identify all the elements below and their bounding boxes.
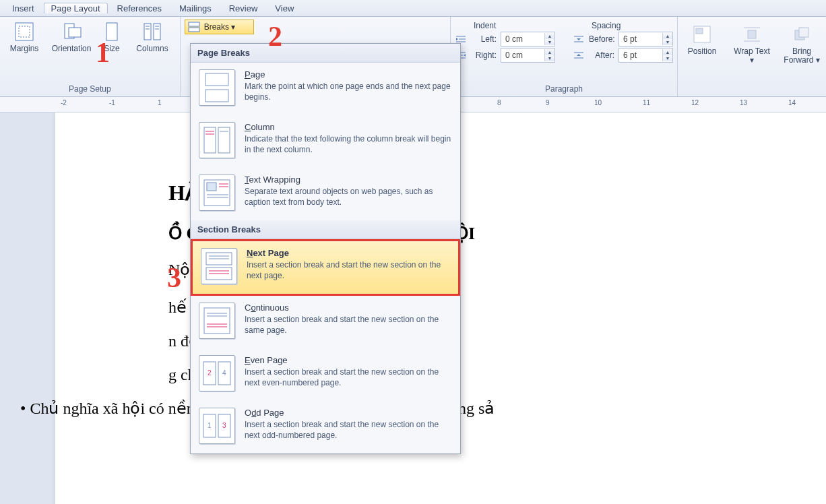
- svg-rect-49: [204, 308, 230, 334]
- tab-insert[interactable]: Insert: [4, 2, 42, 15]
- svg-text:4: 4: [222, 369, 226, 377]
- indent-right-input[interactable]: 0 cm▲▼: [501, 48, 555, 63]
- svg-rect-31: [205, 90, 228, 102]
- svg-rect-0: [15, 23, 33, 40]
- odd-page-icon: 13: [199, 408, 235, 444]
- tab-review[interactable]: Review: [221, 2, 266, 15]
- group-label-paragraph: Paragraph: [455, 83, 673, 96]
- tab-references[interactable]: References: [109, 2, 170, 15]
- bring-forward-button: Bring Forward ▾: [782, 21, 822, 65]
- breaks-dropdown: Page Breaks PPageageMark the point at wh…: [190, 43, 461, 454]
- break-continuous[interactable]: ContinuousInsert a section break and sta…: [191, 296, 460, 348]
- breaks-button[interactable]: Breaks ▾: [185, 20, 254, 34]
- columns-icon: [141, 21, 163, 42]
- spacing-before-input[interactable]: 6 pt▲▼: [618, 32, 673, 46]
- break-next-page[interactable]: Next PageInsert a section break and star…: [191, 239, 460, 296]
- text-wrapping-icon: [199, 175, 235, 211]
- svg-rect-3: [69, 28, 81, 37]
- position-button: Position: [682, 21, 722, 65]
- spacing-after-icon: [573, 51, 585, 60]
- svg-text:2: 2: [208, 369, 212, 377]
- spacing-label: Spacing: [573, 21, 673, 30]
- orientation-icon: [61, 21, 82, 42]
- column-break-icon: [199, 122, 235, 158]
- tab-page-layout[interactable]: Page Layout: [44, 3, 108, 13]
- break-text-wrapping[interactable]: Text WrappingSeparate text around object…: [191, 168, 460, 220]
- tab-mailings[interactable]: Mailings: [171, 2, 220, 15]
- break-even-page[interactable]: 24 Even PageInsert a section break and s…: [191, 348, 460, 401]
- break-odd-page[interactable]: 13 Odd PageInsert a section break and st…: [191, 401, 460, 453]
- orientation-button[interactable]: Orientation: [51, 18, 92, 53]
- spacing-before-icon: [573, 34, 585, 44]
- svg-rect-11: [189, 22, 199, 26]
- svg-rect-29: [799, 28, 808, 37]
- continuous-icon: [199, 303, 235, 339]
- ribbon-tabs: Insert Page Layout References Mailings R…: [0, 0, 826, 17]
- tab-view[interactable]: View: [267, 2, 302, 15]
- page-breaks-header: Page Breaks: [191, 44, 460, 63]
- group-label-page-setup: Page Setup: [4, 83, 176, 96]
- spacing-after-input[interactable]: 6 pt▲▼: [618, 48, 673, 63]
- svg-rect-38: [207, 183, 216, 191]
- svg-rect-24: [696, 28, 703, 34]
- svg-text:3: 3: [222, 422, 226, 429]
- break-column[interactable]: ColumnIndicate that the text following t…: [191, 115, 460, 168]
- breaks-icon: [188, 22, 200, 32]
- annotation-2: 2: [268, 20, 282, 53]
- next-page-icon: [201, 248, 237, 284]
- even-page-icon: 24: [199, 355, 235, 391]
- svg-rect-12: [189, 28, 199, 32]
- indent-left-input[interactable]: 0 cm▲▼: [501, 32, 555, 46]
- section-breaks-header: Section Breaks: [191, 220, 460, 239]
- annotation-3: 3: [167, 261, 181, 294]
- position-icon: [691, 24, 713, 45]
- annotation-1: 1: [96, 36, 110, 69]
- page-break-icon: [199, 69, 235, 106]
- bring-forward-icon: [791, 24, 813, 45]
- svg-text:1: 1: [208, 422, 212, 429]
- margins-icon: [13, 21, 35, 42]
- columns-button[interactable]: Columns: [132, 18, 172, 53]
- break-page[interactable]: PPageageMark the point at which one page…: [191, 63, 460, 115]
- indent-left-icon: [455, 34, 467, 44]
- margins-button[interactable]: Margins: [4, 18, 44, 53]
- indent-label: Indent: [455, 21, 555, 30]
- svg-rect-30: [205, 73, 228, 86]
- svg-rect-25: [748, 30, 756, 38]
- wrap-text-button: Wrap Text ▾: [732, 21, 772, 65]
- wrap-text-icon: [741, 24, 763, 45]
